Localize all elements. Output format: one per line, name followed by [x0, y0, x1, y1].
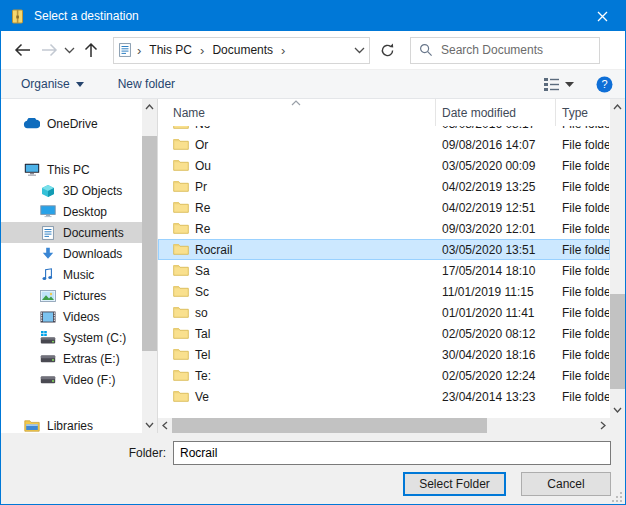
folder-name: Tal [195, 327, 210, 341]
sidebar-item-label: Libraries [47, 419, 93, 433]
date-modified: 23/04/2014 13:23 [436, 390, 556, 404]
file-type: File folder [556, 348, 609, 362]
new-folder-button[interactable]: New folder [108, 70, 185, 98]
table-row[interactable]: Pr 04/02/2019 13:25 File folder [158, 176, 610, 197]
organise-button[interactable]: Organise [11, 70, 94, 98]
sidebar-item[interactable]: Desktop [1, 201, 142, 222]
sidebar-item[interactable]: System (C:) [1, 327, 142, 348]
table-row[interactable]: Or 09/08/2016 14:07 File folder [158, 134, 610, 155]
sidebar-item[interactable]: Downloads [1, 243, 142, 264]
sort-ascending-icon [291, 100, 301, 106]
sidebar-item[interactable]: 3D Objects [1, 180, 142, 201]
change-view-button[interactable] [540, 75, 578, 94]
table-row[interactable]: Ou 03/05/2020 00:09 File folder [158, 155, 610, 176]
folder-icon [173, 369, 189, 382]
breadcrumb-item[interactable]: This PC [147, 42, 194, 58]
scroll-left-icon[interactable] [158, 418, 172, 433]
search-input[interactable] [441, 43, 581, 57]
date-modified: 02/05/2020 08:12 [436, 327, 556, 341]
folder-name: Re [195, 222, 210, 236]
scrollbar-corner [610, 418, 625, 433]
forward-button[interactable] [37, 37, 61, 63]
column-header-type[interactable]: Type [555, 99, 610, 126]
sidebar-item[interactable]: Pictures [1, 285, 142, 306]
help-button[interactable]: ? [596, 76, 613, 93]
up-button[interactable] [77, 37, 105, 63]
date-modified: 03/05/2020 13:51 [436, 243, 556, 257]
cancel-button[interactable]: Cancel [521, 472, 611, 496]
file-type: File folder [556, 327, 609, 341]
sidebar-item[interactable]: This PC [1, 159, 142, 180]
address-dropdown-icon[interactable] [354, 47, 365, 54]
sidebar-scrollbar[interactable] [142, 99, 157, 433]
sidebar-item[interactable]: Music [1, 264, 142, 285]
views-icon [544, 78, 559, 91]
breadcrumb-separator-icon [196, 43, 208, 58]
scrollbar-thumb[interactable] [142, 136, 157, 351]
file-type: File folder [556, 264, 609, 278]
scroll-up-icon[interactable] [610, 99, 625, 115]
table-row[interactable]: Sa 17/05/2014 18:10 File folder [158, 260, 610, 281]
table-row[interactable]: Sc 11/01/2019 11:15 File folder [158, 281, 610, 302]
folder-icon [173, 159, 189, 172]
downloads-arrow-icon [39, 247, 56, 260]
sidebar-item-label: Extras (E:) [63, 352, 120, 366]
dropdown-triangle-icon [76, 82, 84, 87]
file-type: File folder [556, 369, 609, 383]
sidebar-item[interactable]: Libraries [1, 415, 142, 433]
table-row[interactable]: Rocrail 03/05/2020 13:51 File folder [158, 239, 610, 260]
file-type: File folder [556, 180, 609, 194]
column-header-date-modified[interactable]: Date modified [435, 99, 555, 126]
sidebar-item[interactable]: Video (F:) [1, 369, 142, 390]
horizontal-scrollbar[interactable] [158, 418, 610, 433]
table-row[interactable]: Ve 23/04/2014 13:23 File folder [158, 386, 610, 407]
sidebar-item-label: 3D Objects [63, 184, 122, 198]
file-type: File folder [556, 201, 609, 215]
search-box [410, 37, 600, 64]
sidebar-item[interactable]: Videos [1, 306, 142, 327]
scrollbar-thumb[interactable] [172, 418, 487, 433]
date-modified: 11/01/2019 11:15 [436, 285, 556, 299]
table-row[interactable]: No 03/08/2016 08:17 File folder [158, 126, 610, 134]
scroll-down-icon[interactable] [142, 417, 157, 433]
onedrive-cloud-icon [23, 118, 40, 129]
column-header-name[interactable]: Name [158, 99, 435, 126]
history-dropdown-icon[interactable] [61, 37, 77, 63]
date-modified: 03/08/2016 08:17 [436, 126, 556, 131]
refresh-button[interactable] [370, 37, 404, 64]
table-row[interactable]: Re 04/02/2019 12:51 File folder [158, 197, 610, 218]
libraries-folder-icon [23, 419, 40, 432]
organise-label: Organise [21, 77, 70, 91]
table-row[interactable]: Re 09/03/2020 12:01 File folder [158, 218, 610, 239]
resize-grip[interactable] [612, 492, 622, 502]
sidebar-item-label: Documents [63, 226, 124, 240]
breadcrumb: This PC Documents [113, 37, 370, 64]
scroll-right-icon[interactable] [596, 418, 610, 433]
folder-name: Tel [195, 348, 210, 362]
documents-page-icon [39, 226, 56, 240]
table-row[interactable]: Tel 30/04/2020 18:16 File folder [158, 344, 610, 365]
sidebar-item[interactable]: Documents [1, 222, 142, 243]
system-drive-icon [39, 331, 56, 344]
scroll-down-icon[interactable] [610, 402, 625, 418]
vertical-scrollbar[interactable] [610, 99, 625, 418]
sidebar-item[interactable]: OneDrive [1, 113, 142, 134]
folder-icon [173, 126, 189, 130]
folder-name: Sc [195, 285, 209, 299]
table-row[interactable]: so 01/01/2020 11:41 File folder [158, 302, 610, 323]
column-headers: Name Date modified Type [158, 99, 610, 126]
videos-film-icon [39, 311, 56, 323]
close-button[interactable] [580, 1, 625, 31]
folder-icon [173, 306, 189, 319]
scroll-up-icon[interactable] [142, 99, 157, 115]
folder-name-input[interactable] [173, 441, 611, 465]
select-folder-button[interactable]: Select Folder [403, 472, 506, 496]
views-dropdown-icon [565, 82, 574, 87]
table-row[interactable]: Tal 02/05/2020 08:12 File folder [158, 323, 610, 344]
sidebar-item[interactable]: Extras (E:) [1, 348, 142, 369]
table-row[interactable]: Te: 02/05/2020 12:24 File folder [158, 365, 610, 386]
scrollbar-thumb[interactable] [610, 294, 625, 389]
back-button[interactable] [7, 37, 37, 63]
file-rows: No 03/08/2016 08:17 File folder Or 09/08… [158, 126, 610, 418]
breadcrumb-item[interactable]: Documents [210, 42, 275, 58]
